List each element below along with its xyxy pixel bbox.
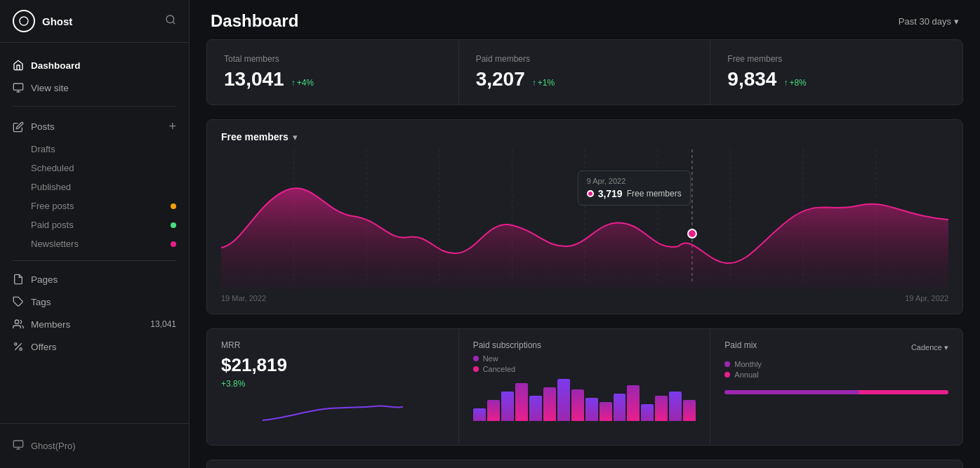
chart-area: 9 Apr, 2022 3,719 Free members [221,149,948,290]
svg-point-6 [15,320,18,323]
new-dot [473,356,479,361]
paid-subscriptions-card: Paid subscriptions New Canceled [459,329,711,445]
sidebar-item-posts[interactable]: Posts + [0,114,189,140]
chart-dates: 19 Mar, 2022 19 Apr, 2022 [221,294,948,302]
bar [614,394,626,421]
free-members-chart-section: Free members ▾ [206,119,963,314]
nav-divider-2 [13,260,176,261]
chart-date-start: 19 Mar, 2022 [221,294,266,302]
date-range-label: Past 30 days [899,16,951,27]
tags-label: Tags [31,297,176,307]
home-icon [13,60,24,71]
annual-label: Annual [734,370,758,379]
ghost-pro-icon [13,439,24,453]
ghost-pro-item[interactable]: Ghost(Pro) [13,435,176,457]
paid-mix-header: Paid mix Cadence ▾ [724,340,948,354]
search-icon[interactable] [165,14,176,28]
bar [600,402,612,421]
sidebar-item-newsletters[interactable]: Newsletters [0,234,189,253]
drafts-label: Drafts [31,144,55,154]
add-post-button[interactable]: + [168,119,176,134]
chart-title: Free members [221,131,289,142]
mrr-mini-chart [221,389,444,431]
cadence-dropdown[interactable]: Cadence ▾ [911,343,948,352]
sidebar-item-free-posts[interactable]: Free posts [0,196,189,215]
canceled-dot [473,366,479,372]
offers-label: Offers [31,342,176,352]
sidebar-item-drafts[interactable]: Drafts [0,140,189,159]
newsletters-label: Newsletters [31,239,79,249]
paid-subscriptions-label: Paid subscriptions [473,340,696,350]
bar [529,396,542,421]
paid-mix-card: Paid mix Cadence ▾ Monthly Annual [710,329,962,445]
chart-header: Free members ▾ [221,131,948,142]
view-site-label: View site [31,83,176,93]
sidebar-item-published[interactable]: Published [0,178,189,196]
sidebar-header: Ghost [0,0,189,43]
sidebar-item-members[interactable]: Members 13,041 [0,313,189,335]
bar [641,404,654,421]
sidebar-item-tags[interactable]: Tags [0,290,189,313]
paid-mix-bar [724,390,948,394]
svg-point-0 [166,15,174,23]
free-posts-dot [171,203,176,209]
area-chart-svg [221,149,948,290]
dashboard-label: Dashboard [31,60,176,71]
legend-canceled: Canceled [473,365,696,373]
sidebar-item-offers[interactable]: Offers [0,335,189,358]
canceled-label: Canceled [483,365,515,373]
paid-mix-legend: Monthly Annual [724,360,948,379]
bar [557,379,570,421]
paid-subscriptions-chart [473,379,696,421]
paid-subscriptions-legend: New Canceled [473,354,696,373]
bar [627,385,640,421]
paid-posts-dot [171,222,176,228]
sidebar-item-paid-posts[interactable]: Paid posts [0,215,189,234]
app-name: Ghost [42,15,72,27]
svg-line-7 [15,343,21,349]
free-members-card: Free members 9,834 +8% [710,40,962,105]
bar [473,408,486,421]
sidebar-item-pages[interactable]: Pages [0,268,189,290]
members-badge: 13,041 [150,319,176,329]
total-members-value: 13,041 [224,68,284,91]
sidebar-item-dashboard[interactable]: Dashboard [0,54,189,76]
sidebar-item-view-site[interactable]: View site [0,76,189,99]
chevron-down-icon: ▾ [954,16,959,27]
paid-mix-label: Paid mix [724,340,757,350]
monthly-dot [724,361,730,367]
bar [669,392,682,421]
bar [543,387,556,421]
sidebar-item-scheduled[interactable]: Scheduled [0,159,189,178]
paid-mix-bar-container [724,390,948,394]
legend-new: New [473,354,696,363]
paid-members-card: Paid members 3,207 +1% [459,40,711,105]
paid-members-value-row: 3,207 +1% [476,68,694,91]
mrr-label: MRR [221,340,444,350]
mrr-change: +3.8% [221,379,444,389]
svg-rect-10 [13,441,22,447]
total-members-value-row: 13,041 +4% [224,68,442,91]
svg-point-8 [15,343,17,345]
posts-label: Posts [31,121,161,132]
pages-icon [13,274,24,285]
svg-rect-2 [13,83,22,90]
bar [487,400,500,421]
date-range-picker[interactable]: Past 30 days ▾ [899,16,959,27]
total-members-card: Total members 13,041 +4% [207,40,459,105]
cadence-label: Cadence [911,343,942,352]
sidebar-bottom: Ghost(Pro) [0,423,189,468]
chart-date-end: 19 Apr, 2022 [905,294,948,302]
svg-point-9 [20,348,22,350]
paid-members-change: +1% [532,78,555,88]
members-icon [13,319,24,330]
metrics-grid: MRR $21,819 +3.8% Paid subscriptions New… [206,328,963,446]
app-logo: Ghost [13,10,72,32]
free-members-change: +8% [783,78,806,88]
bar [683,400,696,421]
paid-members-value: 3,207 [476,68,525,91]
chart-dropdown[interactable]: ▾ [293,132,298,142]
page-title: Dashboard [211,11,298,31]
bar [655,396,668,421]
sidebar: Ghost Dashboard View site Posts + [0,0,190,468]
